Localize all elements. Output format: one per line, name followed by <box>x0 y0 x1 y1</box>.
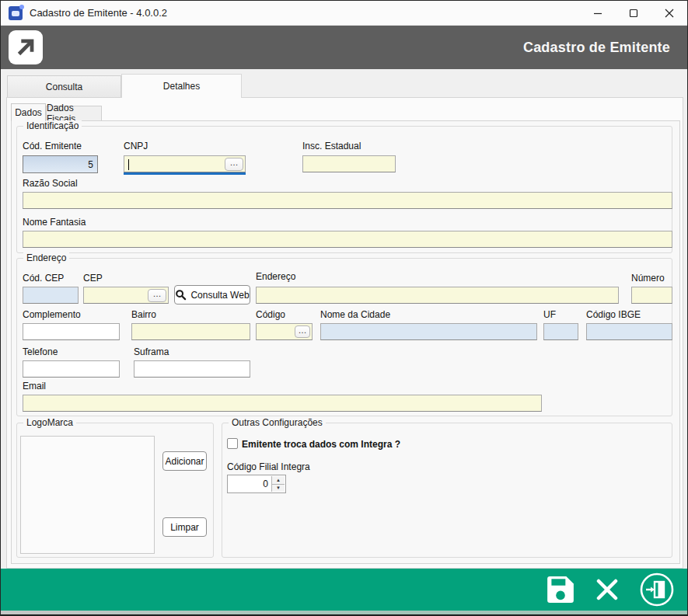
groupbox-identificacao: Identificação Cód. Emitente 5 CNPJ … Ins… <box>16 126 672 253</box>
complemento-field[interactable] <box>23 323 120 340</box>
nome-cidade-field[interactable] <box>320 323 537 340</box>
minimize-button[interactable] <box>580 1 616 25</box>
cnpj-browse-button[interactable]: … <box>225 158 243 171</box>
cancel-x-icon <box>594 576 620 603</box>
page-title: Cadastro de Emitente <box>523 26 670 69</box>
telefone-label: Telefone <box>23 346 58 357</box>
action-bar <box>1 569 687 611</box>
search-icon <box>175 289 187 301</box>
email-label: Email <box>23 381 46 392</box>
adicionar-button[interactable]: Adicionar <box>162 451 207 471</box>
tab-dados[interactable]: Dados <box>11 103 46 121</box>
codigo-cidade-field[interactable]: … <box>256 323 313 340</box>
integra-checkbox-label: Emitente troca dados com Integra ? <box>242 439 400 450</box>
cod-cep-field[interactable] <box>23 287 79 304</box>
complemento-label: Complemento <box>23 309 81 320</box>
endereco-label: Endereço <box>256 271 295 282</box>
consulta-web-button[interactable]: Consulta Web <box>174 285 250 305</box>
brand-logo-icon <box>9 30 43 64</box>
app-icon <box>9 6 23 20</box>
bairro-label: Bairro <box>131 309 156 320</box>
uf-field[interactable] <box>543 323 578 340</box>
groupbox-outras-configuracoes: Outras Configurações Emitente troca dado… <box>222 423 672 558</box>
maximize-button[interactable] <box>616 1 651 25</box>
cnpj-label: CNPJ <box>124 141 148 151</box>
save-button[interactable] <box>546 575 575 604</box>
close-button[interactable] <box>651 1 687 25</box>
groupbox-identificacao-title: Identificação <box>23 120 82 132</box>
app-window: Cadastro de Emitente - 4.0.0.2 Cadastro … <box>0 0 688 616</box>
numero-label: Número <box>631 273 665 284</box>
insc-estadual-field[interactable] <box>302 155 396 172</box>
codigo-cidade-label: Código <box>256 309 285 320</box>
tab-dados-fiscais[interactable]: Dados Fiscais <box>46 106 102 121</box>
cep-field[interactable]: … <box>83 287 169 304</box>
limpar-button[interactable]: Limpar <box>162 517 207 537</box>
consulta-web-label: Consulta Web <box>190 290 249 301</box>
spinner-up-button[interactable]: ▲ <box>272 476 285 485</box>
endereco-field[interactable] <box>256 287 619 304</box>
exit-door-icon <box>639 572 675 607</box>
text-caret <box>128 159 129 170</box>
cancel-button[interactable] <box>594 576 620 603</box>
nome-fantasia-field[interactable] <box>23 231 672 248</box>
numero-field[interactable] <box>631 287 672 304</box>
tab-page-detalhes: Dados Dados Fiscais Identificação Cód. E… <box>6 97 683 569</box>
bairro-field[interactable] <box>131 323 250 340</box>
groupbox-endereco-title: Endereço <box>23 252 69 264</box>
cod-cep-label: Cód. CEP <box>23 273 64 284</box>
nome-fantasia-label: Nome Fantasia <box>23 217 86 228</box>
header-banner: Cadastro de Emitente <box>1 26 687 69</box>
telefone-field[interactable] <box>23 360 120 378</box>
codigo-filial-label: Código Filial Integra <box>227 461 310 472</box>
email-field[interactable] <box>23 395 542 412</box>
groupbox-logomarca-title: LogoMarca <box>23 417 76 429</box>
insc-estadual-label: Insc. Estadual <box>302 141 361 151</box>
title-bar: Cadastro de Emitente - 4.0.0.2 <box>1 1 687 26</box>
codigo-ibge-field[interactable] <box>586 323 672 340</box>
integra-checkbox[interactable] <box>227 438 238 449</box>
cnpj-focus-underline <box>124 172 246 175</box>
razao-social-field[interactable] <box>23 192 672 209</box>
cep-label: CEP <box>83 273 103 284</box>
spinner-down-button[interactable]: ▼ <box>272 485 285 492</box>
spinner-buttons: ▲ ▼ <box>271 476 285 492</box>
suframa-label: Suframa <box>134 346 169 357</box>
groupbox-endereco: Endereço Cód. CEP CEP … Consulta Web <box>16 258 672 416</box>
tab-consulta[interactable]: Consulta <box>7 75 121 97</box>
codigo-ibge-label: Código IBGE <box>586 309 641 320</box>
save-floppy-icon <box>546 575 575 604</box>
cep-browse-button[interactable]: … <box>148 289 166 302</box>
tab-detalhes[interactable]: Detalhes <box>121 74 242 98</box>
codigo-cidade-browse-button[interactable]: … <box>295 325 310 338</box>
razao-social-label: Razão Social <box>23 178 78 189</box>
groupbox-outras-title: Outras Configurações <box>229 417 326 429</box>
uf-label: UF <box>543 309 556 320</box>
groupbox-logomarca: LogoMarca Adicionar Limpar <box>16 423 214 558</box>
cod-emitente-field[interactable]: 5 <box>23 155 98 173</box>
window-title: Cadastro de Emitente - 4.0.0.2 <box>30 7 167 19</box>
cod-emitente-label: Cód. Emitente <box>23 141 82 151</box>
codigo-filial-spinner[interactable]: 0 ▲ ▼ <box>227 475 286 493</box>
tab-page-dados: Identificação Cód. Emitente 5 CNPJ … Ins… <box>11 120 680 564</box>
exit-button[interactable] <box>639 572 675 607</box>
cnpj-field[interactable]: … <box>124 155 246 172</box>
codigo-filial-value: 0 <box>263 475 268 492</box>
suframa-field[interactable] <box>134 360 250 378</box>
nome-cidade-label: Nome da Cidade <box>320 309 390 320</box>
form-area: Consulta Detalhes Dados Dados Fiscais Id… <box>1 69 687 569</box>
window-controls <box>580 1 687 25</box>
logo-image-box <box>20 436 155 554</box>
